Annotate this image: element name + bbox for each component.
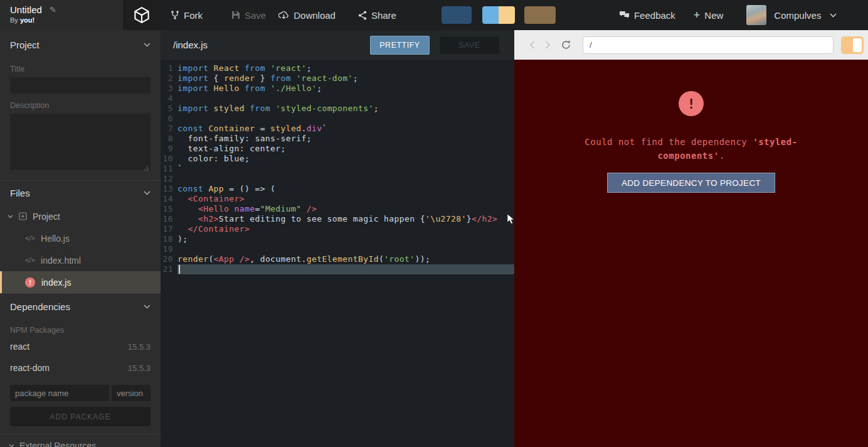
code-line[interactable]: 19 <box>161 244 514 254</box>
error-message-normal: . <box>719 151 725 161</box>
forward-button[interactable] <box>545 41 551 49</box>
code-line[interactable]: 2import { render } from 'react-dom'; <box>161 73 514 83</box>
dependencies-section-title: Dependencies <box>10 301 70 312</box>
refresh-button[interactable] <box>561 40 571 50</box>
topbar: Fork Save Download Share Feedback + New <box>161 0 868 30</box>
live-toggle[interactable] <box>841 36 864 54</box>
code-line[interactable]: 18); <box>161 234 514 244</box>
code-line[interactable]: 8 font-family: sans-serif; <box>161 134 514 144</box>
download-button[interactable]: Download <box>278 10 336 21</box>
tree-item-index-html[interactable]: </> index.html <box>0 249 161 271</box>
title-input[interactable] <box>10 77 151 94</box>
feedback-button[interactable]: Feedback <box>619 10 675 21</box>
plus-icon: + <box>694 11 701 19</box>
tree-item-label: Hello.js <box>41 234 70 244</box>
line-number: 6 <box>161 114 177 124</box>
package-name-input[interactable] <box>10 385 109 401</box>
error-message: Could not find the dependency 'styled- c… <box>553 135 829 163</box>
cube-icon <box>132 6 151 24</box>
code-line[interactable]: 13const App = () => ( <box>161 184 514 194</box>
line-number: 1 <box>161 63 177 73</box>
chevron-down-icon <box>830 13 837 18</box>
chevron-down-icon <box>8 215 13 218</box>
back-button[interactable] <box>529 41 535 49</box>
code-line[interactable]: 21 <box>161 264 514 274</box>
line-number: 17 <box>161 224 177 234</box>
fork-button[interactable]: Fork <box>171 10 203 21</box>
package-version: 15.5.3 <box>128 364 151 373</box>
download-icon <box>278 11 289 20</box>
code-line[interactable]: 7const Container = styled.div` <box>161 124 514 134</box>
code-area[interactable]: 1import React from 'react';2import { ren… <box>161 60 514 274</box>
external-resources-label: External Resources <box>19 441 96 447</box>
tree-item-hello-js[interactable]: </> Hello.js <box>0 227 161 249</box>
code-line[interactable]: 10 color: blue; <box>161 154 514 164</box>
browser-nav-bar: / <box>514 30 868 60</box>
avatar[interactable] <box>746 5 766 25</box>
error-badge-icon: ! <box>25 277 35 288</box>
chevron-right-icon <box>545 41 551 49</box>
code-line[interactable]: 1import React from 'react'; <box>161 63 514 73</box>
line-number: 18 <box>161 234 177 244</box>
add-package-button[interactable]: ADD PACKAGE <box>10 407 151 426</box>
error-icon: ! <box>679 91 704 116</box>
feedback-label: Feedback <box>634 10 675 21</box>
npm-packages-label: NPM Packages <box>10 326 151 336</box>
code-line[interactable]: 20render(<App />, document.getElementByI… <box>161 254 514 264</box>
byline: By you! <box>10 16 123 24</box>
tree-item-index-js[interactable]: ! index.js <box>0 271 161 293</box>
edit-title-icon[interactable]: ✎ <box>50 5 56 14</box>
save-button[interactable]: Save <box>231 10 266 21</box>
dependencies-section-header[interactable]: Dependencies <box>0 293 161 320</box>
dependency-error-panel: ! Could not find the dependency 'styled-… <box>514 60 868 193</box>
code-line[interactable]: 3import Hello from './Hello'; <box>161 83 514 94</box>
user-menu[interactable]: Compulves <box>774 10 837 21</box>
code-line[interactable]: 12 <box>161 174 514 184</box>
line-number: 10 <box>161 154 177 164</box>
sidebar: Project Title Description Files Project … <box>0 30 161 447</box>
new-label: New <box>704 10 723 21</box>
view-mode-split[interactable] <box>482 6 515 24</box>
line-number: 5 <box>161 104 177 114</box>
code-line[interactable]: 5import styled from 'styled-components'; <box>161 104 514 114</box>
view-mode-editor[interactable] <box>442 6 472 24</box>
project-icon <box>19 212 27 220</box>
external-resources-section-header[interactable]: External Resources <box>0 434 161 447</box>
error-message-dependency: components' <box>657 151 719 161</box>
description-textarea[interactable] <box>10 114 151 170</box>
share-label: Share <box>371 10 396 21</box>
code-line[interactable]: 14 <Container> <box>161 194 514 204</box>
share-icon <box>358 11 367 20</box>
package-row-react: react 15.5.3 <box>0 336 161 357</box>
files-section-header[interactable]: Files <box>0 180 161 205</box>
byline-prefix: By <box>10 16 20 24</box>
tab-index-js[interactable]: /index.js <box>173 40 208 50</box>
tree-item-label: index.js <box>41 277 71 288</box>
code-line[interactable]: 16 <h2>Start editing to see some magic h… <box>161 214 514 224</box>
view-mode-preview[interactable] <box>524 6 556 24</box>
package-row-react-dom: react-dom 15.5.3 <box>0 357 161 379</box>
codesandbox-logo[interactable] <box>123 0 161 30</box>
share-button[interactable]: Share <box>358 10 396 21</box>
editor-save-button[interactable]: SAVE <box>439 36 500 55</box>
package-name: react-dom <box>10 363 50 373</box>
line-number: 20 <box>161 254 177 264</box>
new-button[interactable]: + New <box>694 10 724 21</box>
code-line[interactable]: 15 <Hello name="Medium" /> <box>161 204 514 214</box>
add-dependency-button[interactable]: ADD DEPENDENCY TO PROJECT <box>607 173 775 193</box>
preview-pane: / ! Could not find the dependency 'style… <box>514 30 868 447</box>
code-line[interactable]: 17 </Container> <box>161 224 514 234</box>
fork-label: Fork <box>184 10 203 21</box>
url-input[interactable]: / <box>583 36 834 54</box>
code-line[interactable]: 4 <box>161 94 514 104</box>
project-section-header[interactable]: Project <box>0 30 161 60</box>
package-version-input[interactable] <box>112 385 151 401</box>
prettify-button[interactable]: PRETTIFY <box>370 36 430 55</box>
code-line[interactable]: 11` <box>161 164 514 174</box>
files-section-title: Files <box>10 188 30 198</box>
tree-item-project[interactable]: Project <box>0 205 161 227</box>
save-icon <box>231 11 240 19</box>
code-line[interactable]: 6 <box>161 114 514 124</box>
editor-tabbar: /index.js PRETTIFY SAVE <box>161 30 514 60</box>
code-line[interactable]: 9 text-align: center; <box>161 144 514 154</box>
